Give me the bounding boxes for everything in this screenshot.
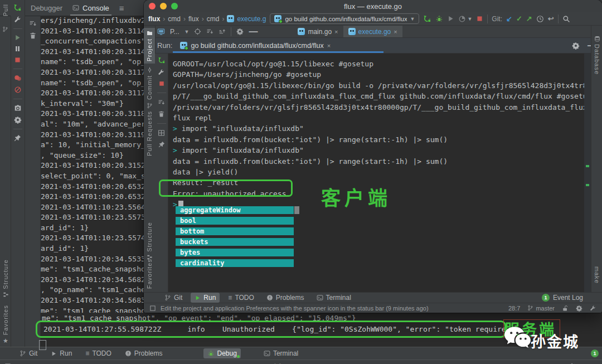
pin-icon[interactable] bbox=[158, 141, 165, 148]
expand-all-icon[interactable] bbox=[206, 28, 213, 35]
locate-target-icon[interactable] bbox=[194, 28, 201, 35]
tab-debugger[interactable]: Debugger bbox=[31, 0, 62, 16]
branch-name: master bbox=[536, 305, 555, 312]
autocomplete-item[interactable]: bool bbox=[176, 217, 294, 225]
stripe-make[interactable]: make bbox=[591, 264, 602, 286]
client-annotation: 客户端 bbox=[321, 182, 391, 211]
wrench-icon[interactable] bbox=[14, 16, 22, 23]
project-monitor-icon[interactable] bbox=[157, 28, 165, 36]
toolwindow-problems[interactable]: Problems bbox=[263, 293, 308, 303]
toolwindow-todo[interactable]: ≡ TODO bbox=[224, 293, 258, 303]
tab-execute-go[interactable]: execute.go × bbox=[343, 26, 402, 37]
caret-position[interactable]: 28:7 bbox=[508, 305, 520, 312]
coverage-button[interactable] bbox=[447, 15, 454, 22]
split-layout-icon[interactable] bbox=[158, 129, 165, 137]
stop-icon[interactable] bbox=[158, 80, 165, 87]
fg-titlebar[interactable]: flux — execute.go bbox=[144, 0, 602, 13]
project-panel-label[interactable]: P... bbox=[170, 28, 179, 36]
crumb[interactable]: cmd bbox=[168, 15, 181, 23]
wrench-icon[interactable] bbox=[590, 305, 596, 312]
rollback-icon[interactable]: ↩ bbox=[548, 14, 554, 23]
profiler-button[interactable]: ▼ bbox=[458, 15, 472, 23]
mute-breakpoints-icon[interactable] bbox=[14, 86, 22, 94]
console-gutter-toolbar bbox=[25, 16, 41, 347]
breakpoints-icon[interactable] bbox=[14, 74, 22, 82]
search-icon[interactable] bbox=[562, 15, 570, 23]
wrench-icon[interactable] bbox=[158, 69, 165, 76]
git-commit-button[interactable]: ✓ bbox=[516, 14, 522, 23]
toolwindow-debug[interactable]: Debug bbox=[203, 348, 241, 358]
crumb-file[interactable]: execute.g bbox=[237, 15, 266, 23]
trash-icon[interactable] bbox=[29, 32, 37, 40]
fg-bottom-toolbar: Git Run ≡ TODO Problems Terminal 1 Event… bbox=[144, 292, 602, 303]
stop-icon[interactable] bbox=[14, 56, 21, 64]
git-branch-widget[interactable]: master bbox=[527, 305, 555, 312]
bg-left-toolwindow-stripe: Pull Structure Favorites ★ bbox=[0, 16, 11, 347]
terminal-icon bbox=[264, 350, 270, 357]
toolwindow-todo[interactable]: ≡ TODO bbox=[81, 348, 115, 358]
event-log-badge[interactable]: 1 bbox=[591, 350, 599, 357]
unlock-icon[interactable] bbox=[562, 305, 569, 312]
trash-icon[interactable] bbox=[158, 110, 165, 118]
console-line: me": "tsm1_cache_snapshot bbox=[41, 264, 144, 275]
run-tab[interactable]: go build github.com/influxdata/flux/cmd/… bbox=[177, 42, 334, 50]
gear-icon[interactable] bbox=[576, 305, 582, 312]
gear-icon[interactable] bbox=[572, 42, 580, 50]
console-line: 2021-03-14T01:00:20.31173 bbox=[41, 67, 144, 78]
console-scrollbar[interactable] bbox=[584, 54, 591, 292]
stripe-project[interactable]: Project bbox=[144, 28, 155, 64]
run-configuration-select[interactable]: go build github.com/influxdata/flux/cmd/… bbox=[270, 13, 419, 24]
stripe-commit[interactable]: Commit bbox=[144, 65, 155, 102]
fg-right-toolwindow-stripe: Database make bbox=[591, 26, 602, 292]
stripe-structure[interactable]: Structure bbox=[0, 257, 11, 300]
resume-icon[interactable] bbox=[14, 34, 21, 41]
gear-icon[interactable] bbox=[236, 28, 244, 35]
crumb-root[interactable]: flux bbox=[148, 15, 160, 23]
gear-icon[interactable] bbox=[14, 116, 22, 124]
toolwindow-problems[interactable]: Problems bbox=[121, 348, 167, 358]
toolwindow-run[interactable]: Run bbox=[191, 293, 220, 303]
crumb[interactable]: cmd bbox=[207, 15, 220, 23]
autocomplete-item[interactable]: cardinality bbox=[176, 259, 294, 267]
autocomplete-item[interactable]: bottom bbox=[176, 227, 294, 235]
hide-panel-icon[interactable]: — bbox=[249, 27, 258, 37]
toolwindow-run[interactable]: Run bbox=[47, 348, 76, 358]
toolwindow-git[interactable]: Git bbox=[16, 348, 41, 358]
toolwindow-terminal[interactable]: Terminal bbox=[260, 348, 302, 358]
collapse-all-icon[interactable] bbox=[219, 28, 226, 35]
toolwindow-git[interactable]: Git bbox=[161, 293, 186, 303]
close-icon[interactable]: × bbox=[327, 42, 331, 49]
camera-icon[interactable] bbox=[14, 104, 22, 112]
autocomplete-item[interactable]: bytes bbox=[176, 249, 294, 256]
rerun-button[interactable] bbox=[423, 14, 431, 23]
stripe-favorites[interactable]: Favorites ★ bbox=[0, 303, 11, 347]
pin-icon[interactable] bbox=[14, 134, 21, 142]
close-icon[interactable]: × bbox=[334, 28, 338, 35]
stripe-pull[interactable]: Pull bbox=[0, 2, 11, 28]
stripe-database[interactable]: Database bbox=[591, 33, 602, 77]
history-clock-icon[interactable] bbox=[536, 15, 544, 23]
crumb[interactable]: flux bbox=[188, 15, 199, 23]
scroll-to-end-icon[interactable] bbox=[158, 99, 165, 106]
tab-main-go[interactable]: main.go × bbox=[293, 26, 343, 37]
hamburger-menu-icon[interactable]: ≡ bbox=[119, 3, 124, 13]
editor-tabs: main.go × execute.go × bbox=[293, 26, 402, 37]
git-push-button[interactable]: ↗ bbox=[526, 14, 532, 23]
debug-button[interactable] bbox=[435, 15, 443, 23]
toolwindow-run-label: Run bbox=[203, 294, 216, 302]
git-update-button[interactable]: ↙ bbox=[506, 14, 512, 23]
autocomplete-item[interactable]: buckets bbox=[176, 238, 294, 246]
chevron-down-icon[interactable]: ▼ bbox=[184, 29, 189, 35]
scroll-to-end-icon[interactable] bbox=[29, 20, 37, 27]
autocomplete-item[interactable]: aggregateWindow bbox=[176, 206, 294, 214]
toolwindow-terminal[interactable]: Terminal bbox=[313, 293, 355, 303]
rerun-icon[interactable] bbox=[13, 3, 22, 12]
event-log-widget[interactable]: 1 Event Log bbox=[542, 294, 602, 302]
tab-console[interactable]: Console bbox=[72, 0, 109, 16]
rerun-icon[interactable] bbox=[158, 56, 166, 64]
pause-icon[interactable] bbox=[14, 45, 21, 52]
stop-button[interactable] bbox=[476, 15, 483, 22]
stripe-pull-requests[interactable]: Pull Requests bbox=[144, 100, 155, 158]
close-icon[interactable]: × bbox=[394, 28, 397, 35]
tab-console-label: Console bbox=[82, 4, 109, 12]
